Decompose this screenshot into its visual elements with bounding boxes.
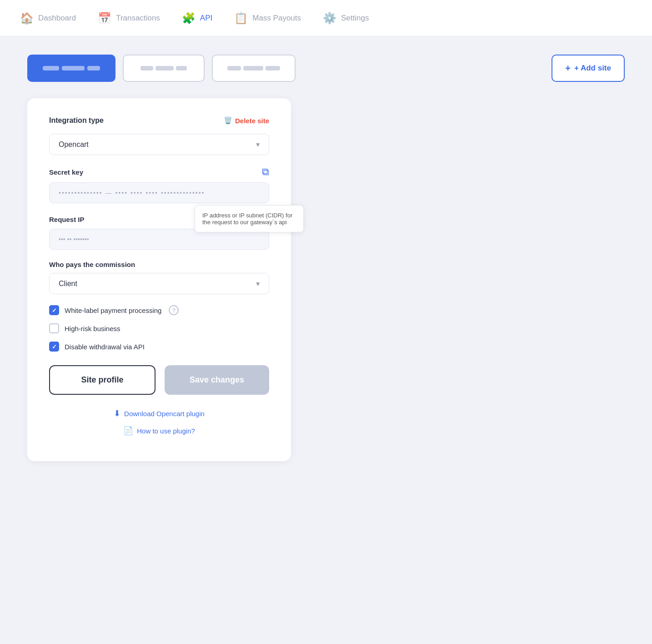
download-icon: ⬇ [114, 408, 120, 418]
mass-payouts-icon: 📋 [234, 12, 248, 25]
document-icon: 📄 [123, 426, 133, 436]
settings-icon: ⚙️ [323, 12, 336, 25]
site-tab-3[interactable] [212, 55, 296, 82]
integration-type-field: Opencart WooCommerce Custom ▼ [49, 134, 269, 155]
delete-site-button[interactable]: 🗑️ Delete site [224, 116, 269, 125]
trash-icon: 🗑️ [224, 116, 232, 125]
site-tab-1-placeholder [43, 66, 100, 70]
home-icon: 🏠 [20, 12, 34, 25]
transactions-icon: 📅 [98, 12, 111, 25]
form-header-row: Integration type 🗑️ Delete site [49, 116, 269, 125]
save-changes-button[interactable]: Save changes [165, 365, 269, 395]
nav-transactions-label: Transactions [116, 14, 160, 23]
secret-key-field: Secret key ⧉ [49, 166, 269, 203]
nav-api-label: API [200, 14, 212, 23]
save-changes-label: Save changes [190, 375, 244, 384]
integration-type-select[interactable]: Opencart WooCommerce Custom [49, 134, 269, 155]
white-label-help-icon[interactable]: ? [169, 305, 179, 315]
nav-dashboard-label: Dashboard [38, 14, 76, 23]
nav-settings[interactable]: ⚙️ Settings [321, 8, 371, 28]
how-to-use-link[interactable]: 📄 How to use plugin? [49, 426, 269, 436]
copy-icon[interactable]: ⧉ [262, 166, 269, 178]
site-tabs: + + Add site [27, 55, 625, 82]
add-site-button[interactable]: + + Add site [552, 55, 625, 82]
high-risk-row: High-risk business [49, 323, 269, 333]
request-ip-label: Request IP [49, 216, 85, 223]
nav-transactions[interactable]: 📅 Transactions [96, 8, 162, 28]
white-label-checkbox[interactable]: ✓ [49, 305, 59, 315]
disable-withdrawal-label: Disable withdrawal via API [65, 343, 145, 351]
how-to-use-label: How to use plugin? [137, 427, 195, 435]
disable-withdrawal-checkmark: ✓ [52, 343, 57, 350]
secret-key-input[interactable] [49, 182, 269, 203]
site-tab-2-placeholder [140, 66, 187, 70]
navbar: 🏠 Dashboard 📅 Transactions 🧩 API 📋 Mass … [0, 0, 652, 36]
request-ip-label-row: Request IP ? IP address or IP subnet (CI… [49, 214, 269, 224]
download-plugin-link[interactable]: ⬇ Download Opencart plugin [49, 408, 269, 418]
high-risk-label: High-risk business [65, 325, 120, 332]
checkboxes-section: ✓ White-label payment processing ? High-… [49, 305, 269, 352]
delete-site-label: Delete site [235, 117, 269, 125]
disable-withdrawal-row: ✓ Disable withdrawal via API [49, 342, 269, 352]
request-ip-tooltip: IP address or IP subnet (CIDR) for the r… [195, 205, 304, 232]
nav-settings-label: Settings [341, 14, 369, 23]
nav-dashboard[interactable]: 🏠 Dashboard [18, 8, 78, 28]
site-profile-label: Site profile [81, 375, 123, 384]
action-buttons: Site profile Save changes [49, 365, 269, 395]
nav-api[interactable]: 🧩 API [180, 8, 214, 28]
secret-key-label-row: Secret key ⧉ [49, 166, 269, 178]
integration-type-label: Integration type [49, 116, 104, 125]
nav-mass-payouts[interactable]: 📋 Mass Payouts [232, 8, 303, 28]
white-label-checkmark: ✓ [52, 307, 57, 314]
commission-field: Who pays the commission Client Merchant … [49, 261, 269, 294]
commission-label: Who pays the commission [49, 261, 269, 268]
site-tab-3-placeholder [227, 66, 280, 70]
nav-mass-payouts-label: Mass Payouts [252, 14, 301, 23]
request-ip-field: Request IP ? IP address or IP subnet (CI… [49, 214, 269, 250]
white-label-row: ✓ White-label payment processing ? [49, 305, 269, 315]
commission-select[interactable]: Client Merchant [49, 273, 269, 294]
site-tab-2[interactable] [123, 55, 205, 82]
disable-withdrawal-checkbox[interactable]: ✓ [49, 342, 59, 352]
download-plugin-label: Download Opencart plugin [124, 410, 205, 418]
add-site-label: + Add site [574, 64, 611, 73]
secret-key-label: Secret key [49, 168, 83, 176]
site-tab-1[interactable] [27, 55, 115, 82]
white-label-label: White-label payment processing [65, 307, 161, 314]
api-icon: 🧩 [182, 12, 196, 25]
site-profile-button[interactable]: Site profile [49, 365, 155, 395]
high-risk-checkbox[interactable] [49, 323, 59, 333]
commission-select-wrapper: Client Merchant ▼ [49, 273, 269, 294]
add-site-plus-icon: + [565, 63, 571, 74]
form-card: Integration type 🗑️ Delete site Opencart… [27, 98, 291, 461]
main-content: + + Add site Integration type 🗑️ Delete … [0, 36, 652, 479]
